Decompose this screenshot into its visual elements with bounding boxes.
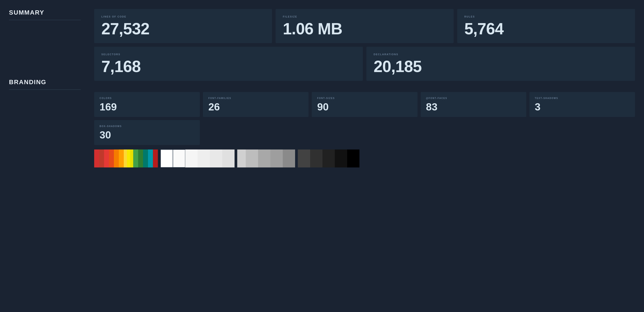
stat-label-selectors: SELECTORS <box>101 53 356 56</box>
swatch-lgray2 <box>246 149 258 167</box>
summary-title: SUMMARY <box>9 9 81 16</box>
branding-title: BRANDING <box>9 79 81 86</box>
brand-card-colors: COLORS 169 <box>94 92 200 117</box>
brand-card-fontfamilies: FONT-FAMILIES 26 <box>203 92 308 117</box>
swatch-dark2 <box>310 149 322 167</box>
swatch-dark3 <box>322 149 335 167</box>
swatch-yellow3 <box>130 149 133 167</box>
swatch-white2 <box>173 149 185 167</box>
brand-card-textshadows: TEXT-SHADOWS 3 <box>530 92 635 117</box>
branding-row-1: COLORS 169 FONT-FAMILIES 26 FONT-SIZES 9… <box>94 92 635 117</box>
stat-card-rules: RULES 5,764 <box>457 9 635 43</box>
swatch-red3 <box>104 149 109 167</box>
brand-label-colors: COLORS <box>100 97 194 99</box>
brand-value-fontfamilies: 26 <box>208 102 303 112</box>
swatch-white6 <box>222 149 234 167</box>
swatch-darkred <box>153 149 158 167</box>
summary-section: SUMMARY <box>9 9 81 20</box>
brand-label-fontfaces: @FONT-FACES <box>426 97 521 99</box>
swatch-white5 <box>210 149 222 167</box>
brand-value-boxshadows: 30 <box>100 130 194 140</box>
swatch-lgray4 <box>270 149 283 167</box>
branding-section: BRANDING <box>9 79 81 90</box>
stat-label-rules: RULES <box>464 15 628 18</box>
stat-value-declarations: 20,185 <box>374 58 628 75</box>
stat-label-loc: LINES OF CODE <box>101 15 265 18</box>
color-swatches-container <box>94 149 635 167</box>
stat-card-selectors: SELECTORS 7,168 <box>94 47 363 81</box>
brand-value-fontsizes: 90 <box>317 102 412 112</box>
stat-card-filesize: FILESIZE 1.06 MB <box>276 9 454 43</box>
swatch-dark4 <box>335 149 347 167</box>
brand-card-boxshadows: BOX-SHADOWS 30 <box>94 120 200 145</box>
stat-label-declarations: DECLARATIONS <box>374 53 628 56</box>
swatch-dark5 <box>347 149 360 167</box>
stat-value-loc: 27,532 <box>101 21 265 37</box>
stat-value-filesize: 1.06 MB <box>283 21 446 37</box>
swatch-lgray1 <box>237 149 246 167</box>
brand-card-fontsizes: FONT-SIZES 90 <box>312 92 417 117</box>
swatch-teal2 <box>148 149 153 167</box>
swatch-red2 <box>99 149 104 167</box>
brand-value-fontfaces: 83 <box>426 102 521 112</box>
brand-label-boxshadows: BOX-SHADOWS <box>100 125 194 128</box>
brand-label-fontfamilies: FONT-FAMILIES <box>208 97 303 99</box>
summary-divider <box>9 20 81 20</box>
swatches-colorful <box>94 149 158 167</box>
stat-card-declarations: DECLARATIONS 20,185 <box>366 47 635 81</box>
swatch-dark1 <box>298 149 310 167</box>
swatches-dark <box>298 149 360 167</box>
swatch-white4 <box>198 149 210 167</box>
stat-card-loc: LINES OF CODE 27,532 <box>94 9 272 43</box>
stat-label-filesize: FILESIZE <box>283 15 446 18</box>
summary-top-row: LINES OF CODE 27,532 FILESIZE 1.06 MB RU… <box>94 9 635 43</box>
swatch-green2 <box>138 149 143 167</box>
swatch-yellow1 <box>124 149 127 167</box>
brand-value-colors: 169 <box>100 102 194 112</box>
brand-card-fontfaces: @FONT-FACES 83 <box>421 92 526 117</box>
swatch-orange2 <box>114 149 119 167</box>
sidebar: SUMMARY BRANDING <box>9 9 81 167</box>
swatches-white <box>160 149 234 167</box>
swatch-green1 <box>133 149 138 167</box>
stat-value-rules: 5,764 <box>464 21 628 37</box>
swatch-teal1 <box>143 149 148 167</box>
swatch-white1 <box>160 149 173 167</box>
swatch-orange1 <box>109 149 114 167</box>
swatches-lightgray <box>237 149 295 167</box>
main-content: LINES OF CODE 27,532 FILESIZE 1.06 MB RU… <box>94 9 635 167</box>
stat-value-selectors: 7,168 <box>101 58 356 75</box>
swatch-white3 <box>185 149 198 167</box>
swatch-yellow2 <box>127 149 130 167</box>
swatch-amber1 <box>119 149 124 167</box>
branding-divider <box>9 89 81 90</box>
branding-row-2: BOX-SHADOWS 30 <box>94 120 635 145</box>
summary-mid-row: SELECTORS 7,168 DECLARATIONS 20,185 <box>94 47 635 81</box>
brand-label-textshadows: TEXT-SHADOWS <box>535 97 630 99</box>
swatch-lgray3 <box>258 149 270 167</box>
brand-value-textshadows: 3 <box>535 102 630 112</box>
brand-label-fontsizes: FONT-SIZES <box>317 97 412 99</box>
swatch-lgray5 <box>283 149 295 167</box>
swatch-red1 <box>94 149 99 167</box>
